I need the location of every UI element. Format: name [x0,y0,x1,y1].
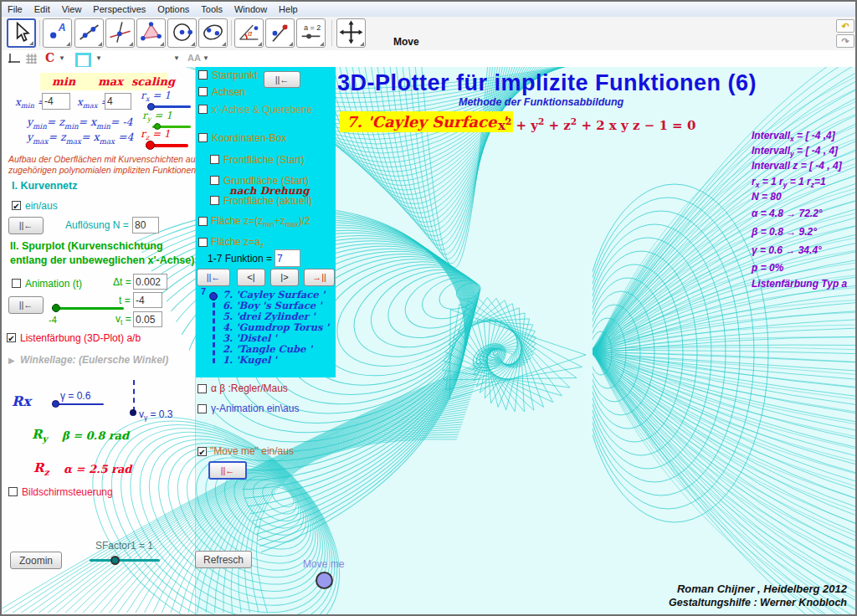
svg-text:α: α [248,29,253,38]
function-list-item: 4. 'Gumdrop Torus ' [223,321,329,333]
line-icon [77,20,101,44]
gamma-slider-knob[interactable] [52,400,59,408]
menu-window[interactable]: Window [228,3,273,15]
move-graphics-tool-button[interactable] [336,18,366,48]
funktion-slider-knob[interactable] [209,292,218,300]
winkellage-expander-icon[interactable]: ▶ [8,356,15,365]
active-tool-name: Move [393,36,419,48]
slider-tool-label: a = 2 [304,23,321,32]
achsen-checkbox[interactable] [198,87,208,96]
funktion-prev-button[interactable]: <| [237,269,265,286]
funktion-slider-value: 7 [201,286,206,296]
vgamma-slider-track [133,380,135,412]
einaus-checkbox[interactable] [12,201,21,210]
ellipse-icon [201,20,225,44]
listenfaerbung-label: Listenfärbung (3D-Plot) a/b [20,332,141,344]
ab-regler-checkbox[interactable] [198,384,207,393]
startpunkt-label: Startpunkt [212,69,258,81]
menu-file[interactable]: File [2,3,28,15]
refresh-button[interactable]: Refresch [195,551,252,568]
funktion-last-button[interactable]: →|| [304,269,335,286]
menu-view[interactable]: View [56,3,88,15]
undo-button[interactable]: ↶ [836,19,854,33]
sfactor-slider-knob[interactable] [110,556,120,565]
koordbox-checkbox[interactable] [198,133,208,142]
circle-tool-button[interactable] [167,18,197,48]
info-listenfaerbung-typ: Listenfärbung Typ a [752,278,847,290]
startpunkt-checkbox[interactable] [198,70,208,80]
capturing-dropdown-caret[interactable]: ▼ [59,54,65,62]
point-tool-button[interactable]: A [43,18,72,48]
point-capturing-icon[interactable]: C [45,51,54,64]
aufloesung-input[interactable] [132,217,159,234]
zoomin-button[interactable]: Zoomin [10,552,62,569]
xmin-input[interactable] [42,93,70,110]
slider-tool-button[interactable]: a = 2 [296,18,326,48]
scaling-header: scaling [131,75,175,88]
listenfaerbung-checkbox[interactable] [7,333,16,342]
page-subtitle: Methode der Funktionsabbildung [459,96,624,108]
font-size-icon[interactable]: AA [187,53,201,63]
rz-rotation-label: Rz [33,460,49,477]
flaeche-az-checkbox[interactable] [198,238,208,247]
rz-slider-knob[interactable] [146,141,155,150]
vgamma-label: vγ = 0.3 [139,408,173,422]
gamma-animation-checkbox[interactable] [198,404,207,413]
info-intervall-y: Intervally = [ -4 , 4] [752,145,838,158]
funktion-input[interactable] [275,249,300,267]
section-spurplot-line1: II. Spurplot (Kurvenschichtung [10,240,163,252]
funktion-first-button[interactable]: ||← [197,269,230,286]
font-dropdown-caret[interactable]: ▼ [203,54,209,62]
moveme-point[interactable] [316,572,333,589]
perpendicular-line-tool-button[interactable] [105,18,135,48]
toolbar-separator [331,20,332,46]
redo-button[interactable]: ↷ [836,34,854,48]
grundflaeche-start-checkbox[interactable] [210,176,219,185]
moveme-checkbox[interactable] [198,447,207,456]
rz-scale-label: rz = 1 [141,128,171,141]
animation-checkbox[interactable] [12,279,21,288]
gamma-animation-label: γ-Animation ein\aus [211,403,299,414]
vt-input[interactable] [133,311,162,327]
rx-scale-label: rx = 1 [141,90,171,103]
line-tool-button[interactable] [74,18,104,48]
vgamma-slider-knob[interactable] [130,409,136,416]
menu-bar: File Edit View Perspectives Options Tool… [2,2,855,18]
menu-help[interactable]: Help [273,3,304,15]
menu-tools[interactable]: Tools [195,3,228,15]
circle-icon [170,20,194,44]
menu-options[interactable]: Options [151,3,195,15]
t-slider-knob[interactable] [52,304,60,312]
function-list-item: 2. 'Tangle Cube ' [223,343,312,355]
xachse-checkbox[interactable] [198,105,208,114]
flaeche-mid-checkbox[interactable] [198,217,208,226]
moveme-reset-button[interactable]: ||← [208,461,247,480]
conic-tool-button[interactable] [198,18,228,48]
xmax-input[interactable] [105,93,131,110]
move-tool-button[interactable] [7,18,36,48]
menu-edit[interactable]: Edit [28,3,56,15]
section-spurplot-line2: entlang der unbeweglichen x'-Achse): [10,254,198,266]
style-dropdown-caret[interactable]: ▼ [173,54,180,62]
panel-reset-button[interactable]: ||← [264,71,300,88]
reflect-tool-button[interactable] [265,18,295,48]
axes-icon[interactable] [8,53,21,64]
moveme-point-label: Move me [303,558,344,570]
kurvennetz-reset-button[interactable]: ||← [8,217,44,234]
angle-tool-button[interactable]: α [234,18,264,48]
menu-perspectives[interactable]: Perspectives [87,3,151,15]
bildschirm-checkbox[interactable] [8,487,18,496]
funktion-slider-track [213,295,215,363]
sfactor-slider-track [90,559,160,562]
info-beta: β = 0.8 → 9.2° [752,226,817,238]
t-input[interactable] [133,292,162,308]
funktion-next-button[interactable]: |> [270,269,299,286]
grid-icon[interactable] [25,53,38,64]
frontflaeche-start-checkbox[interactable] [210,155,219,164]
frontflaeche-aktuell-checkbox[interactable] [210,196,219,205]
dt-input[interactable] [133,274,167,290]
funktion-label: 1-7 Funktion = : [208,253,278,264]
polygon-tool-button[interactable] [136,18,166,48]
color-dropdown-caret[interactable]: ▼ [95,54,102,62]
spurplot-reset-button[interactable]: ||← [8,296,44,314]
